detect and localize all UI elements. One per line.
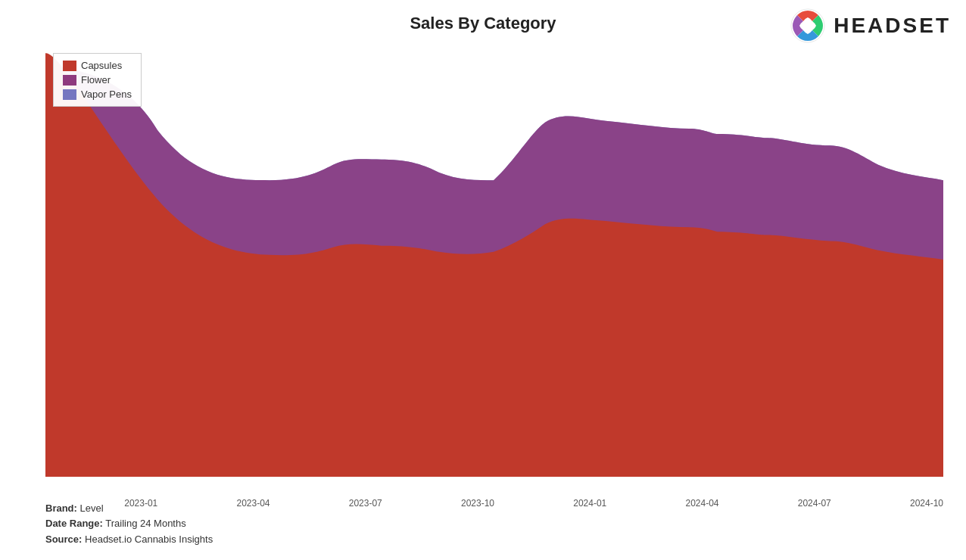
legend-item-flower: Flower — [63, 74, 132, 86]
xaxis-label-3: 2023-07 — [349, 498, 382, 509]
legend: Capsules Flower Vapor Pens — [53, 53, 142, 107]
chart-container — [45, 45, 943, 477]
source-label: Source: — [45, 534, 82, 545]
xaxis-label-8: 2024-10 — [910, 498, 943, 509]
brand-value: Level — [80, 502, 104, 514]
legend-item-vapor-pens: Vapor Pens — [63, 89, 132, 100]
chart-title: Sales By Category — [0, 14, 966, 33]
xaxis-label-6: 2024-04 — [685, 498, 718, 509]
capsules-label: Capsules — [81, 60, 122, 71]
footer-date-range: Date Range: Trailing 24 Months — [45, 516, 213, 532]
xaxis-label-7: 2024-07 — [798, 498, 831, 509]
date-range-value: Trailing 24 Months — [105, 518, 185, 529]
vapor-pens-label: Vapor Pens — [81, 89, 132, 100]
flower-swatch — [63, 75, 76, 86]
footer-brand: Brand: Level — [45, 501, 213, 517]
page: HEADSET Sales By Category Capsules Flowe… — [0, 0, 966, 560]
footer-source: Source: Headset.io Cannabis Insights — [45, 532, 213, 548]
brand-label: Brand: — [45, 502, 77, 514]
xaxis-label-5: 2024-01 — [573, 498, 606, 509]
capsules-area — [45, 53, 943, 477]
date-range-label: Date Range: — [45, 518, 103, 529]
source-value: Headset.io Cannabis Insights — [85, 534, 213, 545]
area-chart-svg — [45, 45, 943, 477]
flower-label: Flower — [81, 74, 111, 86]
xaxis-label-4: 2023-10 — [461, 498, 494, 509]
capsules-swatch — [63, 61, 76, 71]
legend-item-capsules: Capsules — [63, 60, 132, 71]
footer-info: Brand: Level Date Range: Trailing 24 Mon… — [45, 501, 213, 548]
vapor-pens-swatch — [63, 89, 76, 100]
xaxis-label-2: 2023-04 — [236, 498, 270, 509]
